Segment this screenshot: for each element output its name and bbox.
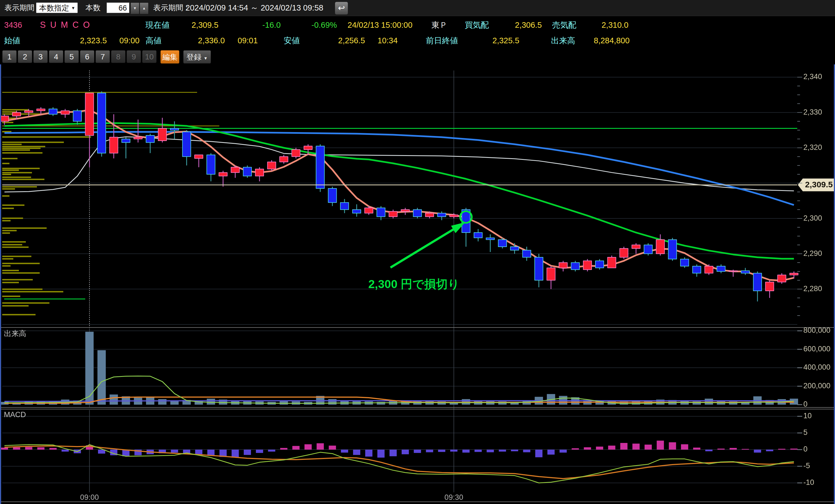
last-price: 2,309.5 xyxy=(191,17,219,33)
chart-panel xyxy=(0,64,835,504)
market-segment: 東Ｐ xyxy=(431,17,447,33)
chart-tab-9: 9 xyxy=(127,50,141,63)
quote-datetime: 24/02/13 15:00:00 xyxy=(348,17,412,33)
chart-tab-3[interactable]: 3 xyxy=(33,50,48,63)
register-button[interactable]: 登録 ▼ xyxy=(183,50,211,64)
last-price-label: 現在値 xyxy=(145,17,169,33)
low-price: 2,256.5 xyxy=(338,33,365,48)
count-input[interactable]: 66 xyxy=(107,2,129,13)
quote-row-1: 3436 SUMCO 現在値 2,309.5 -16.0 -0.69% 24/0… xyxy=(0,17,835,33)
chevron-down-icon: ▼ xyxy=(203,56,208,61)
chart-tab-5[interactable]: 5 xyxy=(64,50,79,63)
high-time: 09:01 xyxy=(238,33,258,48)
ask-label: 売気配 xyxy=(552,17,576,33)
register-label: 登録 xyxy=(186,53,202,61)
prev-close-label: 前日終値 xyxy=(426,33,458,48)
chart-tab-2[interactable]: 2 xyxy=(18,50,32,63)
open-time: 09:00 xyxy=(119,33,140,48)
stock-name: SUMCO xyxy=(40,17,94,33)
count-step-up-button[interactable]: ▲ xyxy=(140,2,148,14)
prev-close: 2,325.5 xyxy=(492,33,520,48)
count-step-down-button[interactable]: ▼ xyxy=(130,2,139,14)
chevron-down-icon: ▼ xyxy=(71,3,75,13)
count-label: 本数 xyxy=(85,0,101,16)
chart-tab-8: 8 xyxy=(111,50,125,63)
volume-value: 8,284,800 xyxy=(594,33,630,48)
high-price: 2,336.0 xyxy=(198,33,225,48)
range-label: 表示期間： xyxy=(153,0,191,16)
period-mode-select[interactable]: 本数指定 ▼ xyxy=(36,2,78,13)
reset-range-button[interactable]: ↩ xyxy=(335,2,348,15)
bid-label: 買気配 xyxy=(465,17,489,33)
chart-tab-10: 10 xyxy=(142,50,157,63)
open-label: 始値 xyxy=(4,33,20,48)
chart-tab-7[interactable]: 7 xyxy=(96,50,110,63)
price-change: -16.0 xyxy=(262,17,281,33)
low-label: 安値 xyxy=(284,33,300,48)
period-mode-value: 本数指定 xyxy=(39,4,69,12)
stock-code: 3436 xyxy=(4,17,22,33)
volume-label: 出来高 xyxy=(551,33,575,48)
chart-tab-6[interactable]: 6 xyxy=(80,50,95,63)
price-change-pct: -0.69% xyxy=(311,17,337,33)
chart-preset-tabs: 12345678910 xyxy=(2,50,158,64)
low-time: 10:34 xyxy=(378,33,398,48)
chart-tab-1[interactable]: 1 xyxy=(2,50,17,63)
display-period-label: 表示期間 xyxy=(4,0,35,16)
range-value: 2024/02/09 14:54 ～ 2024/02/13 09:58 xyxy=(185,0,323,16)
bid-price: 2,306.5 xyxy=(515,17,542,33)
price-chart-canvas[interactable] xyxy=(0,64,835,504)
quote-row-2: 始値 2,323.5 09:00 高値 2,336.0 09:01 安値 2,2… xyxy=(0,33,835,48)
open-price: 2,323.5 xyxy=(80,33,107,48)
high-label: 高値 xyxy=(145,33,162,48)
edit-button[interactable]: 編集 xyxy=(160,50,179,64)
chart-tab-4[interactable]: 4 xyxy=(49,50,63,63)
toolbar: 表示期間 本数指定 ▼ 本数 66 ▼ ▲ 表示期間： 2024/02/09 1… xyxy=(0,0,835,16)
ask-price: 2,310.0 xyxy=(602,17,629,33)
